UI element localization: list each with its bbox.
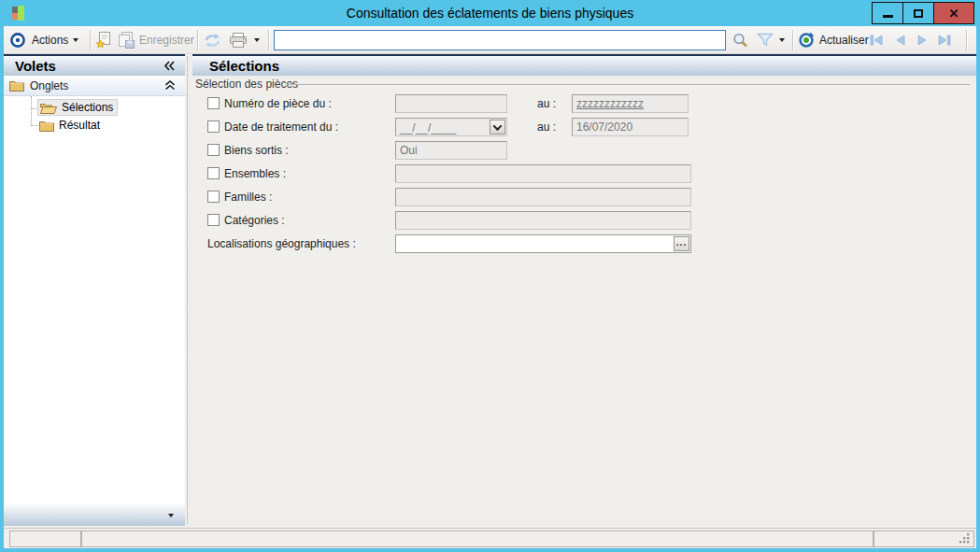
sidebar-footer (4, 504, 185, 526)
row-numero: Numéro de pièce du : au : (192, 94, 976, 113)
browse-button[interactable]: ... (674, 236, 689, 251)
print-menu-button[interactable] (254, 26, 260, 54)
nav-next-button[interactable] (914, 26, 930, 54)
toolbar-separator (966, 30, 967, 50)
row-ensembles: Ensembles : (192, 164, 976, 183)
date-label: Date de traitement du : (224, 120, 338, 134)
sidebar-volets: Volets Onglets (4, 54, 185, 526)
biens-sortis-input (395, 141, 507, 160)
nav-last-button[interactable] (935, 26, 952, 54)
familles-input (395, 188, 691, 206)
ensembles-input (395, 164, 691, 183)
close-button[interactable]: ✕ (934, 3, 973, 23)
maximize-icon (914, 9, 923, 18)
categories-checkbox[interactable] (207, 214, 220, 226)
ensembles-checkbox[interactable] (207, 167, 220, 179)
client-area: Actions Enregistrer (4, 26, 976, 548)
toolbar-separator (90, 30, 91, 50)
actualiser-icon (798, 32, 815, 49)
onglets-group-header[interactable]: Onglets (4, 76, 185, 96)
window-controls: ✕ (872, 2, 974, 24)
chevron-down-icon (779, 38, 785, 42)
chevron-down-icon (73, 38, 78, 42)
biens-sortis-checkbox[interactable] (207, 144, 220, 156)
tree-item-label: Sélections (62, 101, 113, 114)
sidebar-item-resultat[interactable]: Résultat (37, 117, 104, 134)
sidebar-item-selections[interactable]: Sélections (37, 99, 118, 116)
numero-au-input (572, 94, 689, 113)
numero-au-label: au : (537, 97, 556, 110)
nav-prev-icon (892, 34, 909, 47)
date-dropdown-button[interactable] (490, 120, 505, 134)
row-categories: Catégories : (192, 211, 976, 230)
date-du-value: __/__/____ (400, 121, 456, 134)
categories-input (395, 211, 691, 230)
search-button[interactable] (731, 26, 749, 54)
numero-du-input (395, 94, 507, 113)
familles-checkbox[interactable] (207, 191, 220, 203)
close-icon: ✕ (949, 7, 959, 21)
row-familles: Familles : (192, 188, 976, 206)
onglets-label: Onglets (30, 79, 68, 92)
date-checkbox[interactable] (207, 120, 220, 133)
toolbar-separator (197, 30, 198, 50)
filter-menu-button[interactable] (779, 26, 785, 54)
status-cell-left (9, 531, 81, 547)
toolbar-separator (268, 30, 269, 50)
app-window: Consultation des éclatements de biens ph… (0, 0, 980, 552)
group-title: Sélection des pièces (195, 78, 298, 91)
chevron-down-icon (254, 38, 260, 42)
collapse-panel-button[interactable] (163, 61, 176, 71)
date-du-combobox: __/__/____ (395, 118, 507, 136)
date-au-label: au : (537, 120, 556, 134)
funnel-icon (757, 33, 774, 48)
ensembles-label: Ensembles : (224, 167, 286, 180)
selection-form: Sélection des pièces Numéro de pièce du … (192, 76, 976, 526)
collapse-group-button[interactable] (164, 80, 176, 91)
nav-first-icon (869, 34, 886, 47)
search-input[interactable] (274, 30, 726, 50)
window-title: Consultation des éclatements de biens ph… (0, 6, 980, 21)
actualiser-label: Actualiser (819, 34, 869, 47)
save-button[interactable]: Enregistrer (117, 26, 194, 54)
refresh-icon (203, 33, 222, 49)
refresh-button[interactable] (203, 26, 222, 54)
new-document-icon (95, 32, 112, 49)
row-date: Date de traitement du : __/__/____ au : (192, 118, 976, 136)
status-cell-middle (81, 531, 873, 547)
folder-icon (39, 120, 54, 132)
save-icon (117, 32, 135, 49)
panel-splitter[interactable] (185, 54, 192, 526)
group-line (286, 84, 970, 85)
actions-button[interactable]: Actions (32, 26, 78, 54)
onglets-tree: Sélections Résultat (4, 96, 185, 498)
actions-label: Actions (32, 34, 68, 47)
printer-icon (229, 33, 248, 49)
chevron-down-icon[interactable] (168, 514, 174, 517)
numero-checkbox[interactable] (207, 97, 220, 109)
minimize-icon (883, 15, 893, 18)
familles-label: Familles : (224, 191, 272, 204)
minimize-button[interactable] (873, 3, 903, 23)
nav-prev-button[interactable] (892, 26, 909, 54)
folder-icon (9, 79, 24, 92)
folder-open-icon (40, 102, 57, 114)
categories-label: Catégories : (224, 214, 285, 227)
new-document-button[interactable] (95, 26, 112, 54)
maximize-button[interactable] (903, 3, 934, 23)
chevron-down-icon (493, 121, 503, 131)
nav-next-icon (914, 34, 930, 47)
status-bar (4, 528, 976, 548)
save-label: Enregistrer (139, 34, 194, 47)
filter-button[interactable] (757, 26, 774, 54)
nav-first-button[interactable] (869, 26, 886, 54)
localisations-label: Localisations géographiques : (207, 237, 356, 250)
row-biens-sortis: Biens sortis : (192, 141, 976, 160)
actualiser-button[interactable]: Actualiser (798, 26, 869, 54)
localisations-input[interactable] (395, 234, 691, 253)
print-button[interactable] (229, 26, 248, 54)
toolbar: Actions Enregistrer (4, 26, 976, 54)
resize-grip-icon[interactable] (959, 532, 971, 545)
magnifier-icon (731, 32, 749, 50)
page-title: Sélections (192, 58, 279, 74)
